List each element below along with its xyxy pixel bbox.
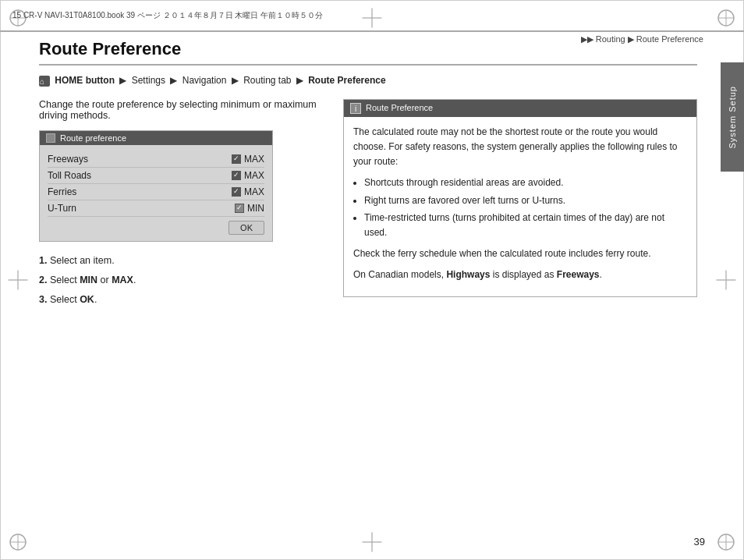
screenshot-body: Freeways MAX Toll Roads MAX (40, 145, 272, 241)
pref-row-tollroads: Toll Roads MAX (48, 168, 264, 184)
crosshair-right (714, 268, 738, 292)
pref-label-freeways: Freeways (48, 154, 88, 165)
page-title: Route Preference (39, 39, 697, 66)
check-icon-tollroads (232, 171, 241, 180)
top-bar: 15 CR-V NAVI-31T0A8100.book 39 ページ ２０１４年… (0, 0, 744, 31)
step-1: 1. Select an item. (39, 251, 328, 271)
check-icon-ferries (232, 187, 241, 197)
pref-row-ferries: Ferries MAX (48, 184, 264, 200)
pref-value-ferries: MAX (232, 186, 264, 197)
pref-value-uturn: MIN (235, 203, 264, 214)
step-3-num: 3. (39, 294, 47, 305)
pref-value-freeways: MAX (232, 154, 264, 165)
page-number: 39 (694, 536, 705, 548)
bullet-2: Right turns are favored over left turns … (364, 193, 687, 208)
step-3-text: Select OK. (50, 294, 97, 305)
info-icon: i (350, 103, 361, 114)
info-footer2: On Canadian models, Highways is displaye… (353, 268, 687, 282)
left-column: Change the route preference by selecting… (39, 99, 328, 529)
crosshair-bottom (360, 530, 384, 554)
footer2-pre: On Canadian models, (353, 269, 446, 280)
header-line (0, 31, 744, 32)
step-2-text: Select MIN or MAX. (50, 275, 136, 285)
pref-label-ferries: Ferries (48, 186, 76, 197)
side-tab-label: System Setup (728, 86, 737, 148)
footer2-bold2: Freeways (557, 269, 600, 280)
corner-bl (6, 530, 30, 554)
footer2-end: . (600, 269, 602, 280)
check-icon-freeways (232, 154, 241, 164)
step-1-text: Select an item. (50, 255, 115, 266)
main-content: Route Preference HOME button ▶ Settings … (39, 39, 697, 529)
settings-label: Settings (132, 75, 165, 86)
ok-button[interactable]: OK (229, 221, 264, 235)
footer2-mid: is displayed as (490, 269, 556, 280)
right-column: i Route Preference The calculated route … (343, 99, 697, 529)
nav-path: HOME button ▶ Settings ▶ Navigation ▶ Ro… (39, 73, 697, 88)
pref-label-tollroads: Toll Roads (48, 170, 91, 181)
step-2: 2. Select MIN or MAX. (39, 271, 328, 290)
info-body: The calculated route may not be the shor… (353, 125, 687, 170)
info-bullets: Shortcuts through residential areas are … (364, 175, 687, 240)
check-icon-uturn (235, 204, 244, 213)
crosshair-left (6, 268, 30, 292)
bullet-3: Time-restricted turns (turns prohibited … (364, 211, 687, 240)
home-button-label: HOME button (55, 75, 115, 86)
pref-row-uturn: U-Turn MIN (48, 200, 264, 217)
two-col-layout: Change the route preference by selecting… (39, 99, 697, 529)
steps-list: 1. Select an item. 2. Select MIN or MAX.… (39, 251, 328, 310)
screenshot-title: Route preference (60, 133, 126, 143)
pref-max-ferries: MAX (244, 186, 264, 197)
info-box-title-text: Route Preference (366, 101, 433, 115)
screenshot-box: Route preference Freeways MAX Toll Roads (39, 130, 273, 242)
home-icon (39, 76, 50, 87)
tab-label: tab (278, 75, 294, 86)
bullet-1: Shortcuts through residential areas are … (364, 175, 687, 190)
ok-row: OK (48, 217, 264, 235)
screenshot-title-bar: Route preference (40, 131, 272, 145)
step-3: 3. Select OK. (39, 290, 328, 310)
step-1-num: 1. (39, 255, 47, 266)
navigation-label: Navigation (182, 75, 227, 86)
intro-text: Change the route preference by selecting… (39, 99, 328, 121)
route-preference-label: Route Preference (308, 75, 385, 86)
pref-value-tollroads: MAX (232, 170, 264, 181)
pref-min-uturn: MIN (247, 203, 264, 214)
pref-max-tollroads: MAX (244, 170, 264, 181)
corner-br (714, 530, 738, 554)
pref-max-freeways: MAX (244, 154, 264, 165)
file-info: 15 CR-V NAVI-31T0A8100.book 39 ページ ２０１４年… (12, 10, 323, 21)
pref-row-freeways: Freeways MAX (48, 151, 264, 168)
footer2-bold: Highways (446, 269, 490, 280)
routing-label: Routing (243, 75, 275, 86)
side-tab: System Setup (721, 62, 744, 172)
step-2-num: 2. (39, 275, 47, 285)
pref-label-uturn: U-Turn (48, 203, 76, 214)
info-footer1: Check the ferry schedule when the calcul… (353, 246, 687, 261)
info-box-title: i Route Preference (344, 100, 696, 117)
info-box: i Route Preference The calculated route … (343, 99, 697, 297)
screenshot-icon (46, 133, 55, 143)
